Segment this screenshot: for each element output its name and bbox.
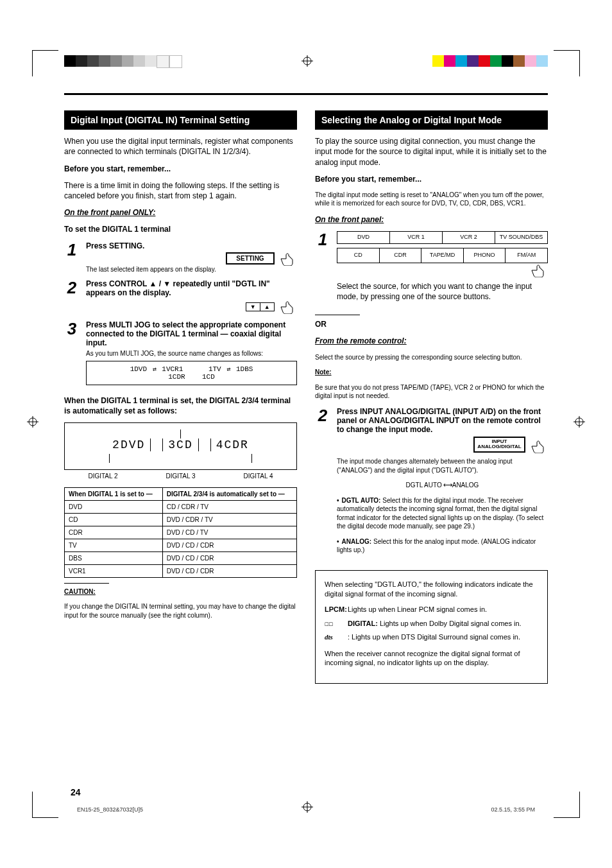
source-button-vcr1[interactable]: VCR 1 [390,232,443,243]
step-2-right: 2 Press INPUT ANALOG/DIGITAL (INPUT A/D)… [315,407,548,561]
front-panel-label: On the front panel: [315,215,384,224]
double-arrow-icon: ⟷ [443,481,450,490]
source-button-fmam[interactable]: FM/AM [506,248,547,263]
dgtl-auto-label: DGTL AUTO: [342,497,381,504]
step-text: Select the source, for which you want to… [337,281,548,302]
hand-pointer-icon [279,252,297,266]
source-button-dvd[interactable]: DVD [337,232,390,243]
lpcm-desc: Lights up when Linear PCM signal comes i… [348,605,487,614]
crop-mark [554,50,580,76]
step-text: Press INPUT ANALOG/DIGITAL (INPUT A/D) o… [337,407,541,434]
mode-analog: ANALOG [452,482,479,489]
page-timestamp: 02.5.15, 3:55 PM [491,806,535,813]
table-row: CDDVD / CDR / TV [65,513,297,526]
step-sub: The input mode changes alternately betwe… [337,457,548,474]
before-label: Before you start, remember... [315,175,421,184]
page: Digital Input (DIGITAL IN) Terminal Sett… [0,0,612,868]
crop-mark [32,50,58,76]
page-number: 24 [71,787,81,797]
before-label: Before you start, remember... [64,164,171,173]
before-sub: The digital input mode setting is reset … [315,191,548,208]
paragraph: There is a time limit in doing the follo… [64,180,297,201]
lcd-label-4: DIGITAL 4 [243,473,273,480]
lcd-display: 2DVD 3CD 4CDR [64,422,297,470]
lpcm-label: LPCM: [325,605,344,614]
lcd-options: 1DVD ⇄ 1VCR1 1TV ⇄ 1DBS 1CDR 1CD [86,361,297,385]
setting-button[interactable]: SETTING [226,252,274,265]
caution-text: If you change the DIGITAL IN terminal se… [64,602,297,620]
down-arrow-icon: ▼ [246,303,260,311]
section-heading-right: Selecting the Analog or Digital Input Mo… [315,110,548,130]
source-button-tape[interactable]: TAPE/MD [421,248,464,263]
input-analog-digital-button[interactable]: INPUT ANALOG/DIGITAL [473,437,525,453]
section-heading-left: Digital Input (DIGITAL IN) Terminal Sett… [64,110,297,130]
source-button-tv-dbs[interactable]: TV SOUND/DBS [495,232,547,243]
source-button-cdr[interactable]: CDR [380,248,422,263]
digital-mapping-table: When DIGITAL 1 is set to — DIGITAL 2/3/4… [64,487,297,578]
remote-label: From the remote control: [315,336,407,345]
short-rule [64,583,109,584]
step-2: 2 Press CONTROL ▲ / ▼ repeatedly until "… [64,279,297,314]
source-button-phono[interactable]: PHONO [464,248,506,263]
source-button-row-2: CD CDR TAPE/MD PHONO FM/AM [337,248,548,263]
registration-mark-icon [302,801,313,813]
registration-mark-icon [27,416,38,428]
table-row: CDRDVD / CD / TV [65,526,297,539]
table-row: TVDVD / CD / CDR [65,539,297,551]
lcd-seg-3: 3CD [162,438,198,451]
hand-pointer-icon [530,439,548,453]
crop-mark [32,792,58,818]
auto-set-heading: When the DIGITAL 1 terminal is set, the … [64,396,291,415]
control-up-down-button[interactable]: ▼ ▲ [246,302,275,311]
dolby-icon: ☐☐ [325,619,344,629]
step-3: 3 Press MULTI JOG to select the appropri… [64,320,297,389]
table-header: When DIGITAL 1 is set to — [65,487,163,500]
up-arrow-icon: ▲ [260,303,274,311]
two-column-layout: Digital Input (DIGITAL IN) Terminal Sett… [64,110,548,684]
table-row: VCR1DVD / CD / CDR [65,564,297,577]
table-header: DIGITAL 2/3/4 is automatically set to — [162,487,296,500]
lcd-label-2: DIGITAL 2 [88,473,117,480]
dts-desc: : Lights up when DTS Digital Surround si… [348,632,520,642]
step-text: Press MULTI JOG to select the appropriat… [86,320,285,347]
paragraph: To play the source using digital connect… [315,136,548,168]
mode-dgtl-auto: DGTL AUTO [406,482,442,489]
step-number: 2 [315,407,330,424]
dts-icon: dts [325,632,344,642]
step-1: 1 Press SETTING. SETTING The last select… [64,241,297,273]
lcd-seg-4: 4CDR [210,438,254,451]
lcd-label-3: DIGITAL 3 [166,473,195,480]
step-sub: As you turn MULTI JOG, the source name c… [86,350,297,357]
color-calibration-bar [432,55,548,67]
step-number: 3 [64,320,80,337]
caution-label: CAUTION: [64,588,96,595]
right-column: Selecting the Analog or Digital Input Mo… [315,110,548,684]
step-1-right: 1 DVD VCR 1 VCR 2 TV SOUND/DBS CD CDR T [315,231,548,308]
crop-mark [554,792,580,818]
box-note: When the receiver cannot recognize the d… [325,649,538,668]
to-set-label: To set the DIGITAL 1 terminal [64,225,171,234]
dolby-digital-label: DIGITAL: [348,620,378,627]
front-panel-only-label: On the front panel ONLY: [64,208,155,217]
step-number: 1 [315,231,330,248]
dolby-desc: Lights up when Dolby Digital signal come… [380,620,522,627]
note-text: Be sure that you do not press TAPE/MD (T… [315,383,548,401]
source-button-vcr2[interactable]: VCR 2 [443,232,495,243]
analog-label: ANALOG: [342,538,372,545]
note-label: Note: [315,369,332,376]
left-column: Digital Input (DIGITAL IN) Terminal Sett… [64,110,297,684]
table-row: DBSDVD / CD / CDR [65,551,297,564]
hand-pointer-icon [530,263,548,277]
step-number: 2 [64,279,80,296]
box-heading: When selecting "DGTL AUTO," the followin… [325,580,538,599]
source-filename: EN15-25_8032&7032[U]5 [77,806,143,813]
content-area: Digital Input (DIGITAL IN) Terminal Sett… [64,93,548,791]
registration-mark-icon [574,416,585,428]
registration-mark-icon [302,55,313,67]
source-button-cd[interactable]: CD [337,248,380,263]
lcd-seg-2: 2DVD [107,438,151,451]
grayscale-calibration-bar [64,55,182,68]
hand-pointer-icon [279,300,297,314]
remote-text: Select the source by pressing the corres… [315,353,548,362]
short-rule [315,315,360,315]
